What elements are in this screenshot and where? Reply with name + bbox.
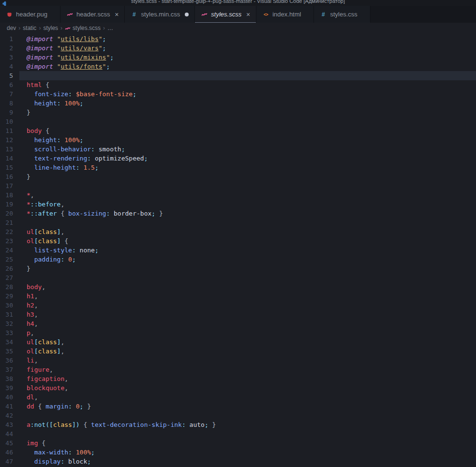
code-line: 21 — [0, 218, 476, 227]
code-line-content[interactable]: height: 100%; — [19, 99, 476, 108]
line-number: 25 — [0, 255, 19, 264]
code-line-content[interactable]: figcaption, — [19, 374, 476, 383]
breadcrumb-item-…[interactable]: … — [107, 25, 113, 31]
code-line-content[interactable]: body { — [19, 126, 476, 135]
code-line-content[interactable] — [19, 218, 476, 227]
line-number: 18 — [0, 190, 19, 200]
tab-header.pug[interactable]: header.pug — [0, 6, 60, 23]
code-line-content[interactable] — [19, 181, 476, 190]
code-line-content[interactable]: } — [19, 172, 476, 181]
close-tab-icon[interactable]: × — [245, 11, 252, 18]
code-token: max-width — [34, 449, 68, 456]
code-token: html — [27, 81, 42, 88]
tab-label: styles.min.css — [141, 11, 180, 18]
code-line: 44 — [0, 429, 476, 438]
code-token: figcaption — [27, 375, 64, 382]
code-line-content[interactable] — [19, 429, 476, 438]
line-number: 24 — [0, 246, 19, 255]
code-line-content[interactable]: ol[class] { — [19, 236, 476, 246]
code-line-content[interactable]: padding: 0; — [19, 255, 476, 264]
code-line-content[interactable]: @import "utils/libs"; — [19, 34, 476, 44]
tab-index.html[interactable]: <>index.html — [256, 6, 314, 23]
code-token: } — [27, 109, 30, 116]
code-line-content[interactable]: height: 100%; — [19, 135, 476, 145]
close-tab-icon[interactable]: × — [113, 11, 120, 18]
code-line-content[interactable] — [19, 71, 476, 80]
code-token — [76, 247, 80, 254]
tab-styles.min.css[interactable]: #styles.min.css — [125, 6, 195, 23]
code-token: height — [34, 100, 57, 107]
code-token: li — [27, 357, 34, 364]
code-line-content[interactable]: ul[class], — [19, 337, 476, 347]
code-line-content[interactable]: dl, — [19, 393, 476, 402]
breadcrumb-item-dev[interactable]: dev — [7, 25, 16, 31]
code-line-content[interactable]: display: block; — [19, 457, 476, 466]
code-token: : — [91, 146, 95, 153]
code-line-content[interactable] — [19, 117, 476, 126]
breadcrumb-item-styles[interactable]: styles — [43, 25, 58, 31]
code-line-content[interactable] — [19, 411, 476, 420]
code-line-content[interactable]: figure, — [19, 365, 476, 374]
code-token: " — [99, 44, 103, 52]
code-line-content[interactable]: font-size: $base-font-size; — [19, 89, 476, 99]
code-line: 23ol[class] { — [0, 236, 476, 246]
code-line: 41dd { margin: 0; } — [0, 402, 476, 411]
code-line-content[interactable]: li, — [19, 356, 476, 365]
code-token — [53, 35, 57, 43]
code-line-content[interactable]: body, — [19, 282, 476, 292]
line-number: 10 — [0, 117, 19, 126]
breadcrumb-separator-icon: › — [18, 25, 20, 31]
code-token: ([ — [45, 421, 53, 428]
code-line: 4@import "utils/fonts"; — [0, 62, 476, 71]
line-number: 23 — [0, 236, 19, 246]
tab-styles.scss[interactable]: styles.scss× — [195, 6, 256, 23]
tab-styles.css[interactable]: #styles.css — [314, 6, 370, 23]
code-line-content[interactable] — [19, 273, 476, 282]
code-editor[interactable]: 1@import "utils/libs";2@import "utils/va… — [0, 33, 476, 467]
code-line-content[interactable]: html { — [19, 80, 476, 89]
code-token: } — [83, 403, 91, 410]
breadcrumb-item-styles.scss[interactable]: styles.scss — [65, 25, 101, 31]
code-line: 29h1, — [0, 292, 476, 301]
code-line-content[interactable]: line-height: 1.5; — [19, 163, 476, 172]
modified-dot-icon[interactable] — [185, 13, 189, 16]
code-line-content[interactable]: blockquote, — [19, 383, 476, 393]
code-line-content[interactable]: *::after { box-sizing: border-box; } — [19, 209, 476, 218]
code-line-content[interactable]: h2, — [19, 301, 476, 310]
code-line-content[interactable]: } — [19, 264, 476, 273]
code-line-content[interactable]: @import "utils/mixins"; — [19, 53, 476, 62]
code-token: ; — [87, 458, 91, 465]
code-line-content[interactable]: a:not([class]) { text-decoration-skip-in… — [19, 420, 476, 429]
code-line-content[interactable]: h1, — [19, 292, 476, 301]
tab-header.scss[interactable]: header.scss× — [60, 6, 125, 23]
code-line: 33p, — [0, 328, 476, 337]
breadcrumb-separator-icon: › — [103, 25, 105, 31]
code-line: 36li, — [0, 356, 476, 365]
breadcrumb-label: … — [107, 25, 113, 31]
code-line-content[interactable]: img { — [19, 438, 476, 448]
code-line: 47 display: block; — [0, 457, 476, 466]
code-token: h1 — [27, 292, 34, 300]
code-line-content[interactable]: @import "utils/vars"; — [19, 44, 476, 53]
code-line-content[interactable]: } — [19, 108, 476, 117]
code-line-content[interactable]: h3, — [19, 310, 476, 319]
code-line-content[interactable]: text-rendering: optimizeSpeed; — [19, 154, 476, 163]
window-title: styles.scss - start-template-gulp-+-pug-… — [0, 0, 476, 5]
code-line-content[interactable]: scroll-behavior: smooth; — [19, 145, 476, 154]
code-line-content[interactable]: h4, — [19, 319, 476, 328]
code-line: 6html { — [0, 80, 476, 89]
code-token: { — [60, 237, 68, 245]
code-line-content[interactable]: max-width: 100%; — [19, 448, 476, 457]
code-token: } — [27, 173, 30, 180]
code-token: { — [42, 127, 49, 134]
code-line: 46 max-width: 100%; — [0, 448, 476, 457]
breadcrumb-item-static[interactable]: static — [23, 25, 36, 31]
code-line-content[interactable]: *, — [19, 190, 476, 200]
code-line-content[interactable]: @import "utils/fonts"; — [19, 62, 476, 71]
code-line-content[interactable]: dd { margin: 0; } — [19, 402, 476, 411]
code-line-content[interactable]: list-style: none; — [19, 246, 476, 255]
code-line-content[interactable]: p, — [19, 328, 476, 337]
code-line-content[interactable]: ol[class], — [19, 347, 476, 356]
code-line-content[interactable]: ul[class], — [19, 227, 476, 236]
code-line-content[interactable]: *::before, — [19, 200, 476, 209]
